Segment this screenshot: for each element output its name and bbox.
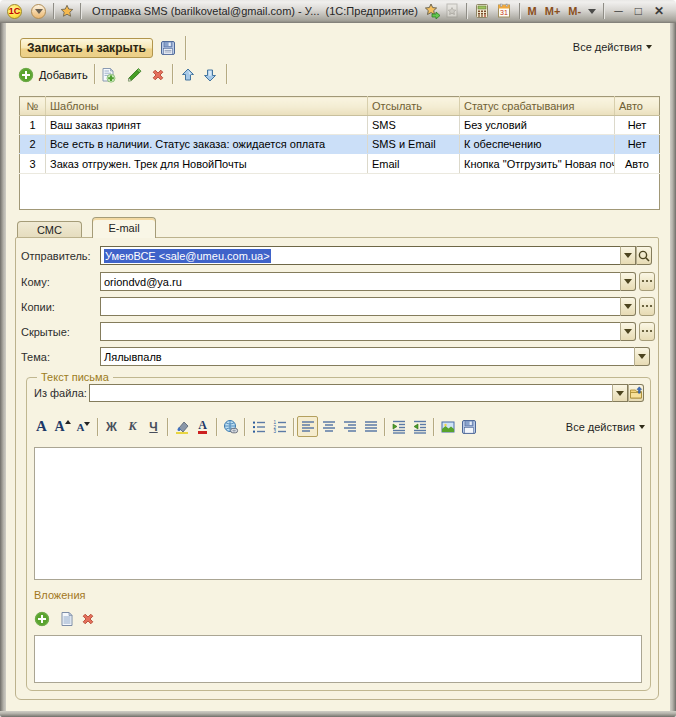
sender-input[interactable]: УмеюВСЕ <sale@umeu.com.ua> xyxy=(100,246,620,265)
titlebar: 1С Отправка SMS (barilkovetal@gmail.com)… xyxy=(0,0,676,23)
to-select-button[interactable] xyxy=(620,272,636,291)
column-header-send[interactable]: Отсылать xyxy=(368,97,460,116)
sender-select-button[interactable] xyxy=(620,246,636,265)
1c-logo-icon: 1С xyxy=(7,4,22,19)
save-text-button[interactable] xyxy=(458,416,479,437)
font-decrease-button[interactable]: A xyxy=(73,416,94,437)
cell-send[interactable]: SMS xyxy=(368,116,460,135)
font-button[interactable]: A xyxy=(31,416,52,437)
close-button[interactable]: ✕ xyxy=(648,4,670,18)
memory-m-button[interactable]: M xyxy=(524,5,541,17)
indent-increase-button[interactable] xyxy=(388,416,409,437)
favorites-disabled-icon xyxy=(442,0,462,23)
from-file-open-button[interactable] xyxy=(628,384,644,402)
cell-auto[interactable]: Нет xyxy=(615,135,660,154)
align-center-button[interactable] xyxy=(318,416,339,437)
cell-status[interactable]: Без условий xyxy=(460,116,615,135)
to-ellipsis-button[interactable] xyxy=(639,272,655,291)
bulleted-list-button[interactable] xyxy=(248,416,269,437)
font-increase-button[interactable]: A xyxy=(52,416,73,437)
attachment-delete-button[interactable] xyxy=(80,610,96,627)
bcc-select-button[interactable] xyxy=(620,322,636,341)
move-down-button[interactable] xyxy=(202,66,218,83)
cell-auto[interactable]: Нет xyxy=(615,116,660,135)
form-content: Записать и закрыть Все действия Добавить xyxy=(6,23,670,711)
application-window: 1С Отправка SMS (barilkovetal@gmail.com)… xyxy=(0,0,676,717)
subject-select-button[interactable] xyxy=(634,347,650,366)
cell-template[interactable]: Все есть в наличии. Статус заказа: ожида… xyxy=(46,135,368,154)
templates-table[interactable]: № Шаблоны Отсылать Статус срабатывания А… xyxy=(19,96,660,210)
to-field-row: oriondvd@ya.ru xyxy=(100,272,655,291)
to-input[interactable]: oriondvd@ya.ru xyxy=(100,272,620,291)
favorites-star-icon[interactable] xyxy=(58,0,76,23)
save-button[interactable] xyxy=(159,39,177,57)
attachment-open-button[interactable] xyxy=(59,610,75,627)
edit-row-button[interactable] xyxy=(126,66,142,83)
from-file-input[interactable] xyxy=(89,384,612,402)
delete-row-button[interactable] xyxy=(150,66,166,83)
add-row-button[interactable]: Добавить xyxy=(18,66,88,83)
titlebar-chevron-down-icon[interactable] xyxy=(585,0,599,23)
bcc-ellipsis-button[interactable] xyxy=(639,322,655,341)
align-justify-button[interactable] xyxy=(360,416,381,437)
cell-template[interactable]: Заказ отгружен. Трек для НовойПочты xyxy=(46,154,368,173)
tab-email[interactable]: E-mail xyxy=(92,217,156,238)
cell-send[interactable]: Email xyxy=(368,154,460,173)
move-up-button[interactable] xyxy=(180,66,196,83)
cc-select-button[interactable] xyxy=(620,297,636,316)
italic-button[interactable]: К xyxy=(122,416,143,437)
cell-auto[interactable]: Авто xyxy=(615,154,660,173)
hyperlink-button[interactable] xyxy=(220,416,241,437)
maximize-button[interactable]: □ xyxy=(629,4,648,18)
add-to-favorites-icon[interactable] xyxy=(422,0,442,23)
system-menu-button[interactable] xyxy=(31,4,46,19)
titlebar-separator xyxy=(519,3,520,19)
attachment-add-button[interactable] xyxy=(34,610,50,627)
table-row[interactable]: 1 Ваш заказ принят SMS Без условий Нет xyxy=(20,116,660,135)
calculator-icon[interactable] xyxy=(471,0,493,23)
cell-send[interactable]: SMS и Email xyxy=(368,135,460,154)
email-body-editor[interactable] xyxy=(34,447,642,580)
underline-button[interactable]: Ч xyxy=(143,416,164,437)
indent-decrease-button[interactable] xyxy=(409,416,430,437)
attachments-list[interactable] xyxy=(34,635,642,683)
cc-label: Копии: xyxy=(21,297,55,316)
toolbar-separator xyxy=(226,64,227,84)
column-header-auto[interactable]: Авто xyxy=(615,97,660,116)
tab-sms[interactable]: СМС xyxy=(17,221,82,238)
text-color-button[interactable]: A xyxy=(192,416,213,437)
table-row[interactable]: 3 Заказ отгружен. Трек для НовойПочты Em… xyxy=(20,154,660,173)
background-color-button[interactable] xyxy=(171,416,192,437)
memory-m-plus-button[interactable]: M+ xyxy=(541,5,565,17)
all-actions-button[interactable]: Все действия xyxy=(573,41,652,53)
bold-button[interactable]: Ж xyxy=(101,416,122,437)
cell-template[interactable]: Ваш заказ принят xyxy=(46,116,368,135)
format-all-actions-button[interactable]: Все действия xyxy=(566,421,645,433)
save-and-close-button[interactable]: Записать и закрыть xyxy=(20,38,153,58)
cell-number[interactable]: 2 xyxy=(20,135,46,154)
minimize-button[interactable]: ─ xyxy=(608,4,629,18)
memory-m-minus-button[interactable]: M- xyxy=(564,5,585,17)
cc-ellipsis-button[interactable] xyxy=(639,297,655,316)
subject-input[interactable]: Лялывпалв xyxy=(100,347,634,366)
table-row-selected[interactable]: 2 Все есть в наличии. Статус заказа: ожи… xyxy=(20,135,660,154)
cell-number[interactable]: 1 xyxy=(20,116,46,135)
column-header-status[interactable]: Статус срабатывания xyxy=(460,97,615,116)
sender-lookup-button[interactable] xyxy=(636,246,652,265)
column-header-number[interactable]: № xyxy=(20,97,46,116)
table-header-row: № Шаблоны Отсылать Статус срабатывания А… xyxy=(20,97,660,116)
insert-picture-button[interactable] xyxy=(437,416,458,437)
from-file-select-button[interactable] xyxy=(612,384,628,402)
calendar-icon[interactable]: 31 xyxy=(493,0,515,23)
cell-status[interactable]: К обеспечению xyxy=(460,135,615,154)
column-header-templates[interactable]: Шаблоны xyxy=(46,97,368,116)
align-left-button[interactable] xyxy=(297,416,318,437)
numbered-list-button[interactable]: 123 xyxy=(269,416,290,437)
align-right-button[interactable] xyxy=(339,416,360,437)
cc-input[interactable] xyxy=(100,297,620,316)
bcc-input[interactable] xyxy=(100,322,620,341)
toolbar-separator xyxy=(244,418,245,436)
cell-number[interactable]: 3 xyxy=(20,154,46,173)
copy-row-button[interactable] xyxy=(100,66,116,83)
cell-status[interactable]: Кнопка "Отгрузить" Новая поч xyxy=(460,154,615,173)
